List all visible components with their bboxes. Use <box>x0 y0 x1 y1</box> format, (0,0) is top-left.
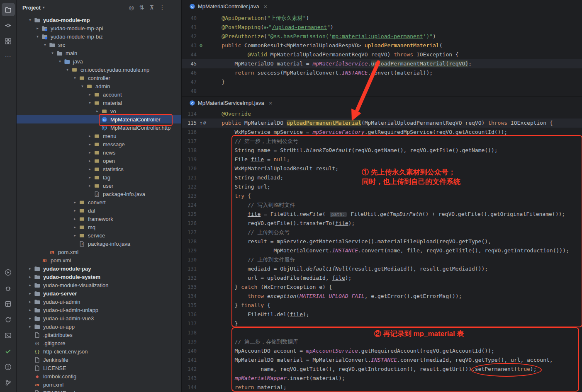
tree-collapsed-arrow-icon[interactable]: ▸ <box>27 316 34 320</box>
close-icon[interactable]: × <box>269 99 273 106</box>
tree-collapsed-arrow-icon[interactable]: ▸ <box>71 225 78 229</box>
tree-item-jenkinsfile[interactable]: Jenkinsfile <box>17 356 181 364</box>
code-line-129[interactable]: 129 MpMaterialConvert.INSTANCE.convert(n… <box>182 246 582 255</box>
code-line-142[interactable]: 142 name, reqVO.getTitle(), reqVO.getInt… <box>182 365 582 374</box>
code-line-144[interactable]: 144 return material; <box>182 383 582 392</box>
tree-item-material[interactable]: ▾material <box>17 99 181 107</box>
code-line-125[interactable]: 125 file = FileUtil.newFile( path: FileU… <box>182 210 582 219</box>
run-icon[interactable] <box>2 266 15 279</box>
code-line-43[interactable]: 43⊕ public CommonResult<MpMaterialUpload… <box>182 41 582 50</box>
tree-expanded-arrow-icon[interactable]: ▾ <box>27 18 34 22</box>
tree-item-pom-xml[interactable]: mpom.xml <box>17 256 181 264</box>
tree-collapsed-arrow-icon[interactable]: ▸ <box>71 200 78 204</box>
code-line-137[interactable]: 137 } <box>182 319 582 328</box>
code-line-126[interactable]: 126 reqVO.getFile().transferTo(file); <box>182 219 582 228</box>
code-line-116[interactable]: 116 WxMpService mpService = mpServiceFac… <box>182 128 582 137</box>
tree-item-license[interactable]: LICENSE <box>17 364 181 372</box>
tree-item-account[interactable]: ▸account <box>17 90 181 99</box>
tree-item-package-info-java[interactable]: Jpackage-info.java <box>17 240 181 248</box>
tree-collapsed-arrow-icon[interactable]: ▸ <box>86 92 93 97</box>
tree-collapsed-arrow-icon[interactable]: ▸ <box>86 159 93 163</box>
tests-icon[interactable] <box>2 344 15 358</box>
code-line-120[interactable]: 120 WxMpMaterialUploadResult result; <box>182 164 582 173</box>
services-icon[interactable] <box>2 297 15 310</box>
code-line-123[interactable]: 123 try { <box>182 191 582 201</box>
tree-collapsed-arrow-icon[interactable]: ▸ <box>71 233 78 237</box>
tree-item-main[interactable]: ▾main <box>17 49 181 57</box>
tree-collapsed-arrow-icon[interactable]: ▸ <box>27 266 34 271</box>
tree-expanded-arrow-icon[interactable]: ▾ <box>56 59 63 63</box>
code-line-124[interactable]: 124 // 写入到临时文件 <box>182 201 582 210</box>
tree-expanded-arrow-icon[interactable]: ▾ <box>86 101 93 105</box>
code-line-44[interactable]: 44 @Valid MpMaterialUploadPermanentReqVO… <box>182 50 582 59</box>
tree-collapsed-arrow-icon[interactable]: ▸ <box>27 283 34 287</box>
code-line-47[interactable]: 47 } <box>182 77 582 87</box>
code-line-132[interactable]: 132 url = uploadFile(mediaId, file); <box>182 273 582 283</box>
tree-item-yudao-ui-admin-uniapp[interactable]: ▸yudao-ui-admin-uniapp <box>17 306 181 314</box>
tree-item-yudao-module-system[interactable]: ▸yudao-module-system <box>17 273 181 281</box>
tab-mpmaterialcontroller-java[interactable]: C MpMaterialController.java × <box>185 0 271 12</box>
expand-all-icon[interactable]: ⇅ <box>139 4 144 11</box>
tree-item-mpmaterialcontroller[interactable]: CMpMaterialController <box>17 115 181 123</box>
code-line-46[interactable]: 46 return success(MpMaterialConvert.INST… <box>182 68 582 77</box>
tree-item-yudao-module-mp-api[interactable]: ▸yudao-module-mp-api <box>17 24 181 32</box>
code-line-122[interactable]: 122 String url; <box>182 182 582 191</box>
tree-collapsed-arrow-icon[interactable]: ▸ <box>86 142 93 146</box>
debug-icon[interactable] <box>2 281 15 295</box>
tree-item-news[interactable]: ▸news <box>17 148 181 157</box>
tree-item-vo[interactable]: ▸vo <box>17 107 181 115</box>
tree-item-framework[interactable]: ▸framework <box>17 215 181 223</box>
tree-collapsed-arrow-icon[interactable]: ▸ <box>27 291 34 295</box>
project-icon[interactable] <box>2 3 15 16</box>
tree-item-src[interactable]: ▾src <box>17 41 181 49</box>
more-tools-icon[interactable]: ⋯ <box>2 50 15 63</box>
project-panel-title[interactable]: Project <box>22 5 41 11</box>
code-line-130[interactable]: 130 // 上传到文件服务 <box>182 255 582 264</box>
override-marker-icon[interactable]: ↑ <box>200 119 202 128</box>
tree-item-controller[interactable]: ▾controller <box>17 74 181 82</box>
tree-item-tag[interactable]: ▸tag <box>17 173 181 181</box>
code-line-140[interactable]: 140 MpAccountDO account = mpAccountServi… <box>182 346 582 356</box>
tree-collapsed-arrow-icon[interactable]: ▸ <box>86 175 93 179</box>
code-line-121[interactable]: 121 String mediaId; <box>182 173 582 182</box>
code-line-141[interactable]: 141 MpMaterialDO material = MpMaterialCo… <box>182 356 582 365</box>
tree-item--gitattributes[interactable]: .gitattributes <box>17 331 181 339</box>
tree-expanded-arrow-icon[interactable]: ▾ <box>34 34 41 39</box>
tree-item-statistics[interactable]: ▸statistics <box>17 165 181 173</box>
tree-expanded-arrow-icon[interactable]: ▾ <box>64 68 71 72</box>
code-line-48[interactable]: 48 <box>182 87 582 96</box>
tree-collapsed-arrow-icon[interactable]: ▸ <box>71 217 78 221</box>
tree-item-service[interactable]: ▸service <box>17 231 181 240</box>
tree-collapsed-arrow-icon[interactable]: ▸ <box>34 26 41 30</box>
chevron-down-icon[interactable]: ▾ <box>43 5 45 10</box>
tree-item-dal[interactable]: ▸dal <box>17 206 181 215</box>
code-line-117[interactable]: 117 // 第一步，上传到公众号 <box>182 137 582 146</box>
code-line-127[interactable]: 127 // 上传到公众号 <box>182 228 582 237</box>
tree-expanded-arrow-icon[interactable]: ▾ <box>71 76 78 80</box>
code-line-133[interactable]: 133 } catch (WxErrorException e) { <box>182 283 582 292</box>
tree-item-yudao-module-mp[interactable]: ▾yudao-module-mp <box>17 16 181 24</box>
code-line-143[interactable]: 143 mpMaterialMapper.insert(material); <box>182 374 582 383</box>
tree-item-menu[interactable]: ▸menu <box>17 132 181 140</box>
tree-item-open[interactable]: ▸open <box>17 157 181 165</box>
tree-collapsed-arrow-icon[interactable]: ▸ <box>27 308 34 312</box>
sync-icon[interactable] <box>2 313 15 326</box>
tree-collapsed-arrow-icon[interactable]: ▸ <box>86 150 93 155</box>
tree-collapsed-arrow-icon[interactable]: ▸ <box>27 324 34 329</box>
tree-collapsed-arrow-icon[interactable]: ▸ <box>27 300 34 304</box>
tree-collapsed-arrow-icon[interactable]: ▸ <box>71 208 78 213</box>
code-line-119[interactable]: 119 File file = null; <box>182 155 582 164</box>
tree-expanded-arrow-icon[interactable]: ▾ <box>41 43 49 47</box>
tree-collapsed-arrow-icon[interactable]: ▸ <box>86 167 93 171</box>
tree-item-yudao-ui-admin-vue3[interactable]: ▸yudao-ui-admin-vue3 <box>17 314 181 322</box>
tree-item-yudao-module-visualization[interactable]: ▸yudao-module-visualization <box>17 281 181 289</box>
code-line-139[interactable]: 139 // 第二步，存储到数据库 <box>182 337 582 346</box>
tree-item-mq[interactable]: ▸mq <box>17 223 181 231</box>
code-line-42[interactable]: 42 @PreAuthorize("@ss.hasPermission('mp:… <box>182 32 582 41</box>
code-line-41[interactable]: 41 @PostMapping(⊕▾"/upload-permanent") <box>182 23 582 32</box>
tree-item-pom-xml[interactable]: mpom.xml <box>17 248 181 256</box>
code-line-114[interactable]: 114 @Override <box>182 109 582 119</box>
tree-item--gitignore[interactable]: ⊘.gitignore <box>17 339 181 347</box>
code-line-134[interactable]: 134 throw exception(MATERIAL_UPLOAD_FAIL… <box>182 292 582 301</box>
tree-item-http-client-env-json[interactable]: { }http-client.env.json <box>17 347 181 356</box>
